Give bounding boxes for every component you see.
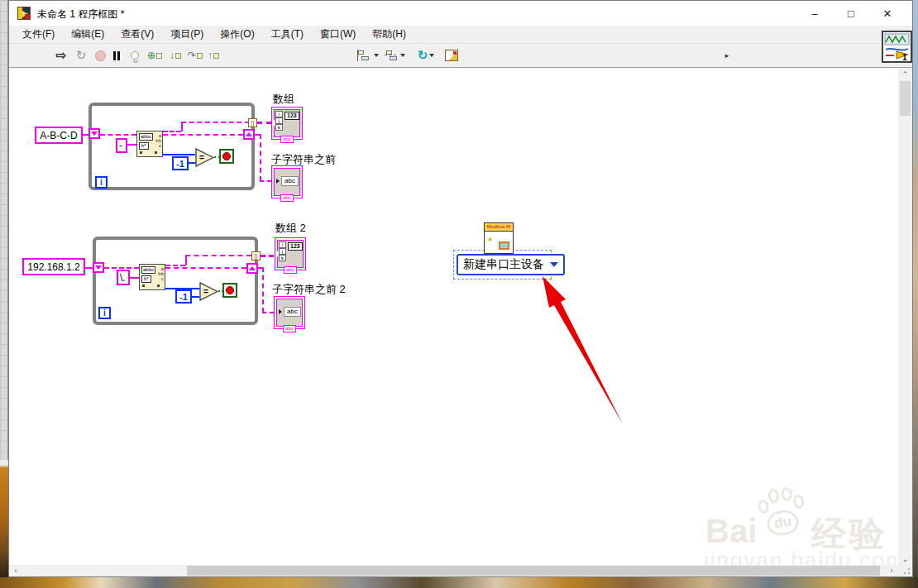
array-indicator-2[interactable]: ijk 123 abc — [275, 237, 306, 270]
resize-grip[interactable] — [898, 565, 912, 576]
wire[interactable] — [165, 265, 185, 266]
labview-app-icon — [17, 7, 31, 20]
equals-node-2[interactable]: = — [199, 282, 218, 301]
menu-window[interactable]: 窗口(W) — [312, 26, 364, 43]
wire[interactable] — [262, 267, 264, 313]
retain-wire-values-button[interactable]: ⊕ — [145, 46, 165, 65]
numeric-constant-minus1-1[interactable]: -1 — [172, 156, 189, 170]
wire[interactable] — [185, 255, 251, 256]
wire[interactable] — [260, 180, 271, 182]
wire[interactable] — [104, 267, 139, 269]
reorder-icon: ↻ — [418, 48, 428, 63]
vi-icon-graphic: 1 — [882, 31, 912, 63]
scroll-left-arrow[interactable]: ‹ — [9, 565, 22, 576]
highlight-execution-button[interactable] — [128, 46, 141, 65]
modbus-type-dropdown[interactable]: 新建串口主设备 — [457, 254, 565, 275]
menu-tools[interactable]: 工具(T) — [263, 26, 312, 43]
pane-splitter-button[interactable]: ▸ — [722, 46, 732, 65]
shift-register-right-1[interactable] — [243, 129, 255, 140]
distribute-objects-icon — [384, 50, 397, 61]
menu-edit[interactable]: 编辑(E) — [63, 26, 112, 43]
wire[interactable] — [262, 312, 274, 313]
block-diagram-canvas[interactable]: Bai du 经验 jingyan.baidu.com A-B-C-D - ab… — [9, 68, 898, 565]
wire[interactable] — [192, 296, 199, 298]
menu-file[interactable]: 文件(F) — [14, 26, 63, 43]
align-objects-button[interactable] — [356, 46, 380, 65]
wire[interactable] — [185, 256, 187, 265]
numeric-constant-minus1-2[interactable]: -1 — [175, 289, 192, 304]
run-button[interactable]: ⇨ — [52, 46, 70, 65]
wire[interactable] — [163, 134, 243, 136]
cleanup-diagram-button[interactable] — [442, 46, 462, 65]
substring-indicator-2[interactable]: abc abc — [274, 296, 305, 329]
vertical-scrollbar[interactable]: ⌃ ⌄ — [898, 68, 912, 565]
distribute-objects-button[interactable] — [383, 46, 406, 65]
while-loop-1[interactable] — [88, 103, 255, 190]
reorder-button[interactable]: ↻ — [414, 46, 437, 65]
step-into-button[interactable]: ↓ — [166, 46, 184, 65]
pause-button[interactable] — [110, 46, 123, 65]
align-objects-icon — [357, 50, 371, 61]
shift-register-right-2[interactable] — [246, 263, 258, 274]
match-pattern-node-2[interactable]: abbc b* abbc — [139, 264, 165, 290]
wire[interactable] — [165, 267, 246, 269]
scroll-right-arrow[interactable]: › — [885, 565, 898, 576]
close-button[interactable]: ✕ — [869, 1, 906, 26]
string-constant-abcd[interactable]: A-B-C-D — [35, 127, 83, 144]
dropdown-selected-value: 新建串口主设备 — [463, 257, 544, 272]
shift-register-left-1[interactable] — [88, 128, 100, 139]
shift-register-left-2[interactable] — [93, 262, 104, 273]
vi-icon[interactable]: 1 — [882, 31, 912, 63]
wire[interactable] — [100, 134, 136, 136]
iteration-terminal-2[interactable]: i — [98, 307, 111, 319]
string-constant-ip[interactable]: 192.168.1.2 — [22, 258, 85, 275]
menu-operate[interactable]: 操作(O) — [212, 26, 262, 43]
wire[interactable] — [163, 131, 181, 132]
wire[interactable] — [181, 122, 250, 123]
wire[interactable] — [261, 255, 274, 257]
indexing-tunnel-2[interactable]: [] — [251, 251, 261, 261]
step-out-button[interactable]: ↑ — [204, 46, 222, 65]
scroll-down-arrow[interactable]: ⌄ — [898, 552, 912, 565]
menu-help[interactable]: 帮助(H) — [364, 26, 414, 43]
step-over-icon: ↷ — [188, 50, 196, 61]
retain-wire-icon: ⊕ — [147, 50, 155, 61]
loop-condition-terminal-1[interactable] — [219, 149, 234, 164]
watermark-baidu: Bai — [705, 513, 757, 550]
run-icon: ⇨ — [56, 48, 67, 63]
run-continuous-icon: ↻ — [76, 48, 87, 63]
run-continuously-button[interactable]: ↻ — [72, 46, 90, 65]
step-over-button[interactable]: ↷ — [186, 46, 204, 65]
match-pattern-node-1[interactable]: abbc b* abbc — [136, 131, 163, 157]
equals-node-1[interactable]: = — [195, 148, 214, 167]
wire[interactable] — [257, 122, 271, 124]
horizontal-scrollbar-thumb[interactable] — [187, 566, 880, 576]
substring-indicator-1[interactable]: abc abc — [271, 165, 303, 198]
wire[interactable] — [181, 122, 183, 131]
pattern-constant-2[interactable]: \. — [117, 270, 130, 285]
labview-block-diagram-window: 未命名 1 程序框图 * – □ ✕ 文件(F) 编辑(E) 查看(V) 项目(… — [8, 0, 913, 577]
indexing-tunnel-1[interactable]: [] — [248, 118, 257, 127]
array-indicator-1[interactable]: ijk 123 abc — [271, 107, 303, 140]
menu-project[interactable]: 项目(P) — [162, 26, 212, 43]
wire[interactable] — [260, 134, 261, 181]
maximize-button[interactable]: □ — [833, 1, 869, 26]
wire[interactable] — [127, 144, 136, 146]
title-bar[interactable]: 未命名 1 程序框图 * – □ ✕ — [9, 1, 912, 26]
loop-condition-terminal-2[interactable] — [222, 283, 237, 298]
modbus-master-node[interactable]: Modbus-M * — [484, 222, 514, 254]
stop-icon — [226, 286, 234, 294]
vertical-scrollbar-thumb[interactable] — [900, 81, 911, 116]
wire[interactable] — [129, 277, 139, 279]
modbus-node-title: Modbus-M — [485, 223, 513, 232]
scroll-up-arrow[interactable]: ⌃ — [898, 68, 912, 80]
menu-view[interactable]: 查看(V) — [112, 26, 162, 43]
vi-number: 1 — [902, 53, 907, 62]
minimize-button[interactable]: – — [796, 1, 833, 26]
window-title: 未命名 1 程序框图 * — [37, 7, 124, 22]
iteration-terminal-1[interactable]: i — [95, 176, 108, 189]
abort-button[interactable] — [92, 46, 108, 65]
pattern-constant-1[interactable]: - — [116, 138, 127, 153]
horizontal-scrollbar[interactable]: ‹ › — [9, 565, 898, 576]
wire[interactable] — [163, 154, 195, 155]
